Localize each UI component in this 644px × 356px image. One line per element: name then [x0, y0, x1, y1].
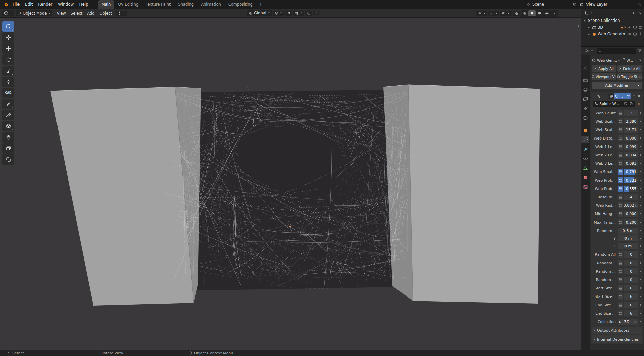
outliner-toggle-eye[interactable] [628, 25, 632, 29]
param-value-field[interactable]: 6 [624, 293, 638, 300]
properties-tab-physics[interactable] [581, 146, 589, 153]
proportional-falloff-dropdown[interactable] [313, 11, 319, 15]
tool-scale[interactable] [2, 66, 14, 76]
modifier-header[interactable]: ▾ × [591, 92, 643, 100]
outliner-toggle-camera[interactable] [638, 25, 642, 29]
properties-tab-data[interactable] [581, 164, 589, 171]
workspace-tab-compositing[interactable]: Compositing [225, 0, 256, 9]
properties-filter-button[interactable] [638, 49, 642, 53]
attribute-toggle-button[interactable] [618, 211, 623, 217]
delete-modifier-button[interactable]: × [637, 94, 641, 98]
param-value-field[interactable]: 6 [624, 310, 638, 316]
param-value-field[interactable]: 0.355 [624, 186, 638, 192]
tool-annotate[interactable] [2, 99, 14, 109]
properties-tab-scene[interactable] [581, 105, 589, 112]
workspace-tab-uv-editing[interactable]: UV Editing [114, 0, 142, 9]
shading-options-dropdown[interactable] [551, 10, 558, 16]
attribute-toggle-button[interactable] [618, 285, 623, 291]
shading-rendered-button[interactable] [543, 10, 551, 16]
param-value-field[interactable]: 3.380 [624, 118, 638, 124]
param-value-field[interactable]: 0.791 [624, 169, 638, 175]
delete-all-button[interactable]: ×Delete All [617, 65, 642, 72]
param-value-field[interactable]: 0 [624, 268, 638, 274]
properties-editor-type-button[interactable] [583, 48, 595, 54]
param-value-field[interactable]: 0.200 [624, 219, 638, 225]
expand-modifier-icon[interactable]: ▾ [592, 95, 596, 98]
animate-decorator[interactable] [640, 222, 641, 223]
tool-add-sphere[interactable] [2, 132, 14, 143]
viewport-menu-select[interactable]: Select [68, 10, 85, 17]
properties-tab-texture[interactable] [581, 183, 589, 190]
outliner-toggle-eye[interactable] [628, 32, 632, 36]
animate-decorator[interactable] [640, 163, 641, 164]
properties-tab-output[interactable] [581, 86, 589, 93]
animate-decorator[interactable] [640, 245, 641, 247]
tool-select-box[interactable] [2, 21, 14, 32]
animate-decorator[interactable] [640, 279, 641, 280]
xray-toggle[interactable] [513, 11, 520, 16]
unlink-node-group-button[interactable]: × [636, 102, 641, 106]
modifier-toggle-grid[interactable] [608, 93, 614, 99]
animate-decorator[interactable] [640, 129, 641, 130]
outliner-row-scene-collection[interactable]: ▾Scene Collection [581, 17, 644, 24]
outliner-row-web-generator[interactable]: ▸Web Generator [581, 31, 644, 37]
disclosure-triangle[interactable]: ▸ [587, 33, 591, 36]
breadcrumb-modifier[interactable]: W... [626, 58, 633, 63]
mode-dropdown[interactable]: Object Mode [16, 10, 52, 16]
tool-rotate[interactable] [2, 54, 14, 65]
attribute-toggle-button[interactable] [618, 186, 623, 192]
snap-toggle[interactable] [285, 11, 292, 16]
attribute-toggle-button[interactable] [618, 160, 623, 166]
param-value-field[interactable]: 0.000 [624, 135, 638, 141]
shading-wireframe-button[interactable] [521, 10, 528, 16]
new-view-layer-icon[interactable] [638, 3, 641, 6]
attribute-toggle-button[interactable] [618, 277, 623, 283]
param-value-field[interactable]: 0 [624, 251, 638, 258]
attribute-toggle-button[interactable] [618, 302, 623, 308]
param-value-field[interactable]: 6 [624, 285, 638, 291]
apply-all-button[interactable]: ✓Apply All [592, 65, 616, 72]
viewport-menu-object[interactable]: Object [97, 10, 114, 17]
attribute-toggle-button[interactable] [618, 194, 623, 200]
tool-measure[interactable] [2, 110, 14, 120]
attribute-toggle-button[interactable] [618, 260, 623, 266]
modifier-toggle-cube[interactable] [614, 93, 620, 99]
param-value-field[interactable]: 0 [624, 277, 638, 283]
properties-search-field[interactable] [597, 48, 636, 54]
sidebar-toggle[interactable]: ‹ [578, 23, 579, 28]
attribute-toggle-button[interactable] [618, 293, 623, 300]
shading-material-button[interactable] [536, 10, 543, 16]
attribute-toggle-button[interactable] [618, 310, 623, 316]
outliner-toggle-monitor[interactable] [633, 25, 637, 29]
param-value-field[interactable]: 0 m [618, 243, 638, 249]
animate-decorator[interactable] [640, 271, 641, 272]
editor-type-button[interactable] [2, 10, 14, 16]
menu-edit[interactable]: Edit [22, 1, 35, 8]
tool-move[interactable] [2, 43, 14, 54]
param-value-field[interactable]: 0 m [618, 235, 638, 241]
pin-icon[interactable] [638, 58, 642, 62]
properties-tab-world[interactable] [581, 114, 589, 121]
param-value-field[interactable]: 4 [624, 194, 638, 200]
animate-decorator[interactable] [640, 262, 641, 264]
param-value-field[interactable]: 6 [624, 302, 638, 308]
viewport-menu-view[interactable]: View [54, 10, 68, 17]
modifier-toggle-camera[interactable] [626, 93, 631, 99]
animate-decorator[interactable] [640, 121, 641, 122]
tool-image-reference[interactable] [2, 143, 14, 154]
properties-tab-material[interactable] [581, 174, 589, 181]
outliner-toggle-camera[interactable] [638, 32, 642, 36]
scene-selector[interactable]: Scene [526, 2, 577, 7]
param-value-field[interactable]: 0.034 [624, 152, 638, 158]
menu-render[interactable]: Render [35, 1, 55, 8]
attribute-toggle-button[interactable] [618, 202, 623, 208]
attribute-toggle-button[interactable] [618, 118, 623, 124]
properties-tab-render[interactable] [581, 77, 589, 84]
properties-tab-object[interactable] [581, 127, 589, 134]
attribute-toggle-button[interactable] [618, 169, 623, 175]
properties-tab-view-layer[interactable] [581, 95, 589, 103]
shading-solid-button[interactable] [528, 10, 536, 16]
param-value-field[interactable]: 0.099 [624, 144, 638, 150]
overlays-dropdown[interactable] [500, 11, 512, 16]
outliner-row-3d[interactable]: ▸3D2 [581, 24, 644, 31]
